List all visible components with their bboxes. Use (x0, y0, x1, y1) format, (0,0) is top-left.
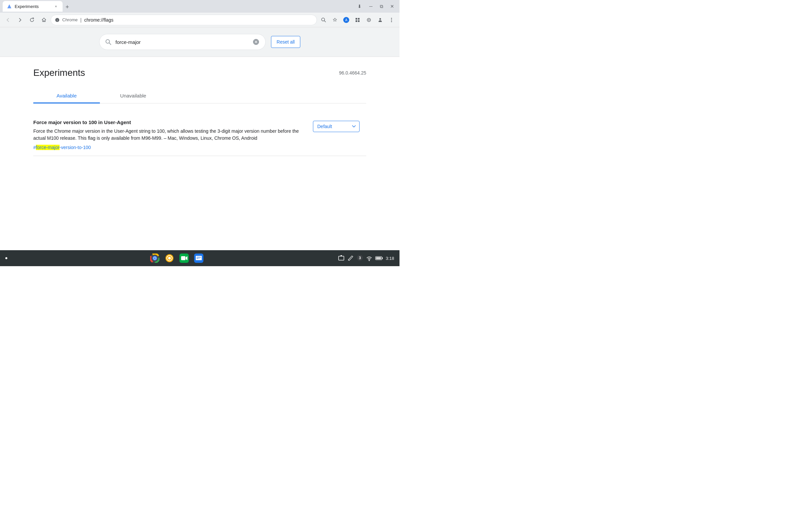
more-button[interactable] (386, 15, 397, 25)
ext3-icon (377, 17, 383, 23)
restore-button[interactable]: ⧉ (377, 2, 386, 11)
chrome-icon (150, 253, 160, 263)
more-icon (391, 17, 392, 23)
active-tab[interactable]: Experiments × (3, 1, 62, 12)
screenshot-icon[interactable] (338, 255, 345, 262)
title-bar: Experiments × + ⬇ ─ ⧉ ✕ (0, 0, 400, 13)
svg-marker-0 (7, 4, 11, 8)
taskbar-indicator (5, 257, 7, 259)
yellow-circle-icon (165, 253, 174, 263)
svg-rect-7 (356, 18, 357, 20)
page-title: Experiments (33, 68, 85, 78)
svg-text:i: i (57, 19, 58, 22)
flag-link-prefix: # (33, 145, 36, 150)
version-badge: 96.0.4664.25 (339, 70, 366, 76)
flag-description: Force the Chrome major version in the Us… (33, 128, 302, 142)
new-tab-button[interactable]: + (62, 2, 72, 12)
extensions-icon (355, 17, 360, 23)
svg-rect-10 (358, 20, 359, 22)
forward-icon (17, 17, 23, 23)
svg-rect-43 (382, 258, 383, 259)
taskbar: 3 3:18 (0, 250, 400, 266)
tab-title: Experiments (15, 4, 51, 9)
ext2-button[interactable] (364, 15, 374, 25)
taskbar-center (19, 252, 335, 264)
reload-button[interactable] (26, 15, 37, 25)
back-icon (5, 17, 11, 23)
meet-icon (180, 253, 189, 263)
notification-badge[interactable]: 3 (356, 254, 363, 262)
clear-icon (253, 39, 259, 45)
svg-rect-37 (340, 255, 342, 256)
pen-icon[interactable] (347, 255, 354, 262)
clock: 3:18 (386, 256, 394, 261)
minimize-button[interactable]: ─ (366, 2, 375, 11)
svg-point-12 (379, 18, 381, 20)
flag-info: Force major version to 100 in User-Agent… (33, 119, 302, 150)
experiments-header: Experiments 96.0.4664.25 (33, 68, 366, 78)
meet-taskbar-icon[interactable] (178, 252, 190, 264)
notification-icon: 3 (356, 254, 363, 261)
profile-icon: A (343, 17, 349, 23)
chrome-taskbar-icon[interactable] (149, 252, 161, 264)
search-input[interactable] (115, 39, 248, 45)
nav-icons: A (318, 15, 397, 25)
svg-point-15 (391, 21, 392, 22)
svg-point-13 (391, 18, 392, 19)
svg-rect-8 (358, 18, 359, 20)
close-button[interactable]: ✕ (388, 2, 397, 11)
battery-icon (375, 255, 383, 261)
flag-control: Default Enabled Disabled (313, 119, 366, 132)
reset-all-button[interactable]: Reset all (271, 36, 300, 48)
home-icon (41, 17, 47, 23)
messages-icon (194, 253, 203, 263)
url-separator: | (80, 17, 81, 23)
lock-icon: i (55, 18, 60, 22)
download-button[interactable]: ⬇ (354, 1, 365, 12)
search-nav-icon (321, 17, 326, 23)
ext2-icon (366, 17, 372, 23)
url-path: chrome://flags (84, 17, 113, 23)
svg-line-4 (324, 21, 326, 22)
svg-text:3: 3 (359, 256, 361, 260)
svg-point-41 (369, 260, 370, 261)
svg-line-38 (348, 260, 349, 261)
address-bar[interactable]: i Chrome | chrome://flags (51, 15, 317, 25)
ext3-button[interactable] (375, 15, 386, 25)
forward-button[interactable] (15, 15, 25, 25)
tab-available[interactable]: Available (33, 89, 100, 103)
flag-link-highlight: force-major (36, 145, 60, 150)
bookmark-button[interactable] (330, 15, 340, 25)
window-controls: ⬇ ─ ⧉ ✕ (354, 1, 397, 12)
svg-point-27 (154, 257, 156, 259)
profile-button[interactable]: A (341, 15, 352, 25)
svg-text:A: A (345, 18, 348, 22)
flag-item: Force major version to 100 in User-Agent… (33, 114, 366, 156)
home-button[interactable] (39, 15, 49, 25)
svg-rect-9 (356, 20, 357, 22)
svg-line-17 (109, 43, 111, 44)
tab-unavailable[interactable]: Unavailable (100, 89, 166, 103)
tab-close-button[interactable]: × (53, 4, 59, 9)
back-button[interactable] (3, 15, 13, 25)
svg-point-14 (391, 19, 392, 20)
yellow-circle-taskbar-icon[interactable] (164, 252, 175, 264)
search-clear-button[interactable] (252, 38, 260, 46)
tabs-list: Available Unavailable (33, 89, 366, 103)
main-content: Experiments 96.0.4664.25 Available Unava… (0, 57, 400, 167)
search-nav-button[interactable] (318, 15, 329, 25)
tabs-container: Available Unavailable (33, 89, 366, 103)
messages-taskbar-icon[interactable] (193, 252, 205, 264)
star-icon (332, 17, 338, 23)
svg-rect-36 (339, 256, 344, 260)
extensions-button[interactable] (352, 15, 363, 25)
tab-favicon (7, 4, 12, 9)
url-scheme: Chrome (62, 17, 78, 22)
wifi-icon (366, 255, 373, 262)
flag-link-rest: -version-to-100 (60, 145, 91, 150)
svg-rect-32 (181, 256, 185, 260)
flag-select[interactable]: Default Enabled Disabled (313, 121, 359, 132)
taskbar-left (5, 257, 16, 259)
flag-link[interactable]: #force-major-version-to-100 (33, 145, 91, 150)
taskbar-right: 3 3:18 (338, 254, 394, 262)
